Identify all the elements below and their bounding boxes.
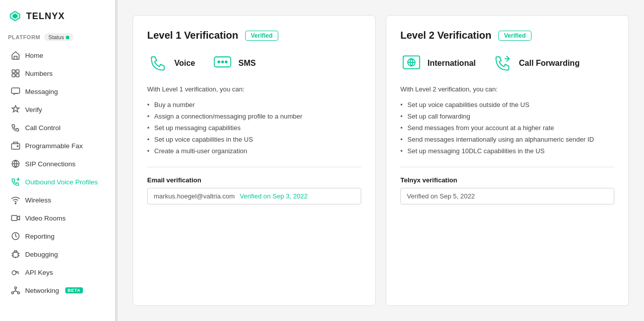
- level1-verified-badge: Verified: [245, 31, 278, 41]
- level2-verification-label: Telnyx verification: [400, 176, 614, 184]
- sidebar-item-label-reporting: Reporting: [25, 233, 55, 240]
- platform-label: PLATFORM: [8, 34, 40, 40]
- svg-point-16: [15, 287, 17, 289]
- api-keys-icon: [11, 268, 20, 277]
- international-label: International: [427, 59, 476, 68]
- telnyx-logo-icon: [8, 9, 22, 23]
- level1-features: Voice SMS: [147, 52, 361, 74]
- svg-point-20: [218, 61, 220, 63]
- bullet-item: Assign a connection/messaging profile to…: [147, 111, 361, 122]
- svg-rect-7: [12, 88, 20, 93]
- verification-date: Verified on Sep 3, 2022: [240, 192, 307, 200]
- sidebar-item-numbers[interactable]: Numbers: [3, 64, 112, 82]
- sidebar-item-verify[interactable]: Verify: [3, 100, 112, 119]
- sidebar-item-video-rooms[interactable]: Video Rooms: [3, 209, 112, 227]
- bullet-item: Set up messaging capabilities: [147, 122, 361, 134]
- sms-label: SMS: [239, 59, 256, 68]
- card-divider-2: [400, 167, 614, 167]
- level2-features: International Call Forwarding: [400, 52, 614, 74]
- sidebar-item-label-messaging: Messaging: [25, 88, 58, 95]
- level2-description: With Level 2 verification, you can:: [400, 85, 614, 93]
- international-feature: International: [400, 52, 476, 74]
- level2-header: Level 2 Verification Verified: [400, 30, 614, 41]
- level2-verification-field: Verified on Sep 5, 2022: [400, 188, 614, 204]
- sidebar-item-label-numbers: Numbers: [25, 70, 53, 77]
- call-forwarding-icon: [492, 52, 514, 74]
- bullet-item: Set up messaging 10DLC capabilities in t…: [400, 145, 614, 157]
- status-dot: [66, 36, 69, 39]
- call-control-icon: [11, 123, 20, 132]
- messaging-icon: [11, 87, 20, 96]
- sidebar-item-label-networking: Networking: [25, 287, 59, 294]
- svg-point-9: [17, 146, 18, 147]
- svg-point-18: [18, 292, 20, 294]
- level2-bullets: Set up voice capabilities outside of the…: [400, 99, 614, 157]
- status-label: Status: [48, 34, 64, 40]
- platform-row: PLATFORM Status: [0, 30, 115, 46]
- bullet-item: Send messages from your account at a hig…: [400, 122, 614, 134]
- level1-header: Level 1 Verification Verified: [147, 30, 361, 41]
- sidebar-item-label-outbound: Outbound Voice Profiles: [25, 178, 98, 186]
- level1-card: Level 1 Verification Verified Voice: [133, 15, 376, 306]
- sidebar-item-networking[interactable]: Networking BETA: [3, 281, 112, 299]
- sidebar-item-outbound-voice-profiles[interactable]: Outbound Voice Profiles: [3, 173, 112, 191]
- bullet-item: Send messages internationally using an a…: [400, 134, 614, 145]
- main-content: Level 1 Verification Verified Voice: [118, 0, 644, 321]
- sidebar-item-label-verify: Verify: [25, 106, 42, 114]
- sip-icon: [11, 159, 20, 168]
- networking-icon: [11, 286, 20, 295]
- level2-verified-badge: Verified: [498, 31, 531, 41]
- svg-rect-3: [12, 70, 15, 73]
- wireless-icon: [11, 195, 20, 204]
- level2-verified-date: Verified on Sep 5, 2022: [407, 192, 475, 200]
- level2-title: Level 2 Verification: [400, 30, 491, 41]
- voice-icon: [147, 52, 169, 74]
- svg-point-15: [12, 271, 16, 275]
- svg-rect-4: [16, 70, 19, 73]
- sidebar-item-label-fax: Programmable Fax: [25, 142, 83, 150]
- home-icon: [11, 51, 20, 60]
- sms-icon: [211, 52, 234, 74]
- verification-email: markus.hoegel@valtria.com: [154, 192, 235, 200]
- bullet-item: Set up voice capabilities in the US: [147, 134, 361, 145]
- international-icon: [400, 52, 422, 74]
- sidebar-item-call-control[interactable]: Call Control: [3, 119, 112, 137]
- sidebar-item-label-sip: SIP Connections: [25, 160, 75, 168]
- beta-badge: BETA: [65, 287, 83, 293]
- reporting-icon: [11, 232, 20, 241]
- sidebar-item-messaging[interactable]: Messaging: [3, 82, 112, 100]
- debugging-icon: [11, 250, 20, 259]
- sidebar-item-sip-connections[interactable]: SIP Connections: [3, 155, 112, 173]
- sidebar-item-label-api-keys: API Keys: [25, 269, 53, 276]
- verify-icon: [11, 105, 20, 114]
- level1-verification-field: markus.hoegel@valtria.com Verified on Se…: [147, 188, 361, 204]
- sidebar-item-label-call-control: Call Control: [25, 124, 61, 132]
- bullet-item: Buy a number: [147, 99, 361, 111]
- outbound-icon: [11, 177, 20, 186]
- sidebar-item-debugging[interactable]: Debugging: [3, 245, 112, 263]
- svg-point-17: [12, 292, 14, 294]
- sidebar: TELNYX PLATFORM Status Home Numbers Mess…: [0, 0, 116, 321]
- sidebar-item-home[interactable]: Home: [3, 46, 112, 64]
- sms-feature: SMS: [211, 52, 256, 74]
- svg-point-22: [225, 61, 227, 63]
- logo-area: TELNYX: [0, 0, 115, 30]
- card-divider: [147, 167, 361, 167]
- logo-text: TELNYX: [26, 11, 65, 22]
- sidebar-item-label-video: Video Rooms: [25, 215, 66, 222]
- voice-feature: Voice: [147, 52, 195, 74]
- svg-rect-5: [12, 74, 15, 77]
- bullet-item: Set up voice capabilities outside of the…: [400, 99, 614, 111]
- sidebar-item-api-keys[interactable]: API Keys: [3, 263, 112, 281]
- sidebar-item-reporting[interactable]: Reporting: [3, 227, 112, 245]
- bullet-item: Create a multi-user organization: [147, 145, 361, 157]
- numbers-icon: [11, 69, 20, 78]
- status-badge: Status: [44, 33, 73, 41]
- video-icon: [11, 213, 20, 223]
- svg-rect-14: [13, 252, 18, 257]
- level1-title: Level 1 Verification: [147, 30, 238, 41]
- sidebar-item-programmable-fax[interactable]: Programmable Fax: [3, 137, 112, 155]
- sidebar-item-wireless[interactable]: Wireless: [3, 191, 112, 209]
- bullet-item: Set up call forwarding: [400, 111, 614, 122]
- sidebar-item-label-wireless: Wireless: [25, 196, 51, 204]
